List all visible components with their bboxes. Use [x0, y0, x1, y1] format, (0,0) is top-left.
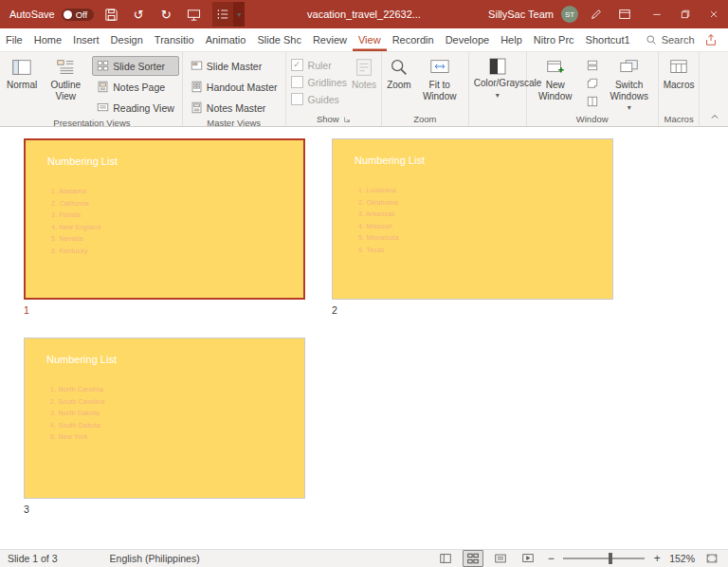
collapse-ribbon-button[interactable]: [707, 110, 722, 123]
slide-thumbnail-3[interactable]: Numbering List 1. North Carolina2. South…: [24, 338, 305, 499]
normal-view-button[interactable]: Normal: [5, 54, 39, 118]
notes-page-button[interactable]: Notes Page: [92, 77, 179, 97]
statusbar-slideshow-button[interactable]: [518, 550, 538, 567]
zoom-in-button[interactable]: +: [651, 552, 663, 565]
slide-sorter-button[interactable]: Slide Sorter: [92, 56, 179, 76]
macros-icon: [668, 57, 689, 78]
restore-button[interactable]: [671, 0, 700, 28]
gridlines-checkbox[interactable]: [291, 76, 303, 88]
statusbar-slide-sorter-button[interactable]: [463, 550, 483, 567]
ruler-checkbox-row[interactable]: ✓ Ruler: [291, 57, 347, 73]
color-grayscale-button[interactable]: Color/Grayscale ▾: [472, 54, 523, 112]
ribbon-display-options-button[interactable]: [614, 3, 635, 26]
tab-nitro-prc[interactable]: Nitro Prc: [528, 28, 580, 51]
slide-sorter-label: Slide Sorter: [113, 61, 165, 72]
editing-mode-button[interactable]: [586, 3, 607, 26]
language-status[interactable]: English (Philippines): [110, 553, 200, 564]
handout-master-button[interactable]: Handout Master: [186, 77, 282, 97]
ribbon-tabs: FileHomeInsertDesignTransitioAnimatioSli…: [0, 28, 636, 51]
close-button[interactable]: [700, 0, 728, 28]
outline-view-button[interactable]: Outline View: [40, 54, 91, 118]
tab-recordin[interactable]: Recordin: [387, 28, 440, 51]
group-label-zoom: Zoom: [385, 112, 465, 126]
group-presentation-views: Normal Outline View Slide Sorter: [2, 52, 183, 126]
group-zoom: Zoom Fit to Window Zoom: [382, 52, 469, 126]
arrange-all-icon: [587, 60, 598, 71]
macros-button[interactable]: Macros: [662, 54, 697, 112]
autosave-toggle[interactable]: Off: [62, 9, 95, 21]
fit-to-window-button[interactable]: Fit to Window: [414, 54, 465, 112]
slide-thumbnail-2[interactable]: Numbering List 1. Louisiana2. Oklahoma3.…: [332, 138, 613, 300]
document-title: vacation_travel_22632...: [307, 9, 421, 20]
ruler-checkbox[interactable]: ✓: [291, 59, 303, 71]
tab-home[interactable]: Home: [28, 28, 67, 51]
guides-checkbox[interactable]: [291, 93, 303, 105]
search-box[interactable]: Search: [636, 28, 704, 51]
outline-view-icon: [55, 57, 76, 78]
notes-icon: [354, 57, 374, 78]
tab-slide-shc[interactable]: Slide Shc: [251, 28, 306, 51]
zoom-slider-thumb[interactable]: [609, 553, 612, 564]
tab-develope[interactable]: Develope: [440, 28, 495, 51]
account-name[interactable]: SillySac Team: [488, 9, 554, 20]
tab-help[interactable]: Help: [495, 28, 528, 51]
minimize-button[interactable]: [643, 0, 671, 28]
slide-number-1: 1: [24, 304, 29, 316]
slide-list-item: 2. California: [51, 198, 100, 210]
slide-list: 1. Louisiana2. Oklahoma3. Arkansas4. Mis…: [358, 185, 398, 257]
zoom-button[interactable]: Zoom: [385, 54, 413, 112]
group-show: ✓ Ruler Gridlines Guides: [286, 52, 383, 126]
reading-view-icon: [97, 101, 109, 114]
slide-list-item: 2. South Carolina: [50, 396, 105, 409]
slideshow-monitor-icon: [187, 8, 201, 22]
new-window-button[interactable]: New Window: [530, 54, 581, 112]
redo-button[interactable]: ↻: [155, 3, 176, 26]
numbering-qat-button[interactable]: ▾: [212, 2, 245, 27]
tab-shortcut1[interactable]: Shortcut1: [580, 28, 636, 51]
statusbar-reading-view-button[interactable]: [490, 550, 511, 567]
tab-view[interactable]: View: [353, 28, 387, 51]
tab-animatio[interactable]: Animatio: [200, 28, 252, 51]
gridlines-checkbox-row[interactable]: Gridlines: [291, 74, 347, 90]
reading-view-label: Reading View: [113, 102, 174, 114]
move-split-icon: [587, 96, 598, 107]
zoom-out-button[interactable]: −: [545, 552, 556, 565]
zoom-percent[interactable]: 152%: [669, 553, 695, 564]
tab-design[interactable]: Design: [105, 28, 149, 51]
tab-insert[interactable]: Insert: [67, 28, 105, 51]
fit-slide-to-window-button[interactable]: [701, 550, 722, 567]
tab-file[interactable]: File: [0, 28, 28, 51]
zoom-slider[interactable]: [563, 558, 645, 559]
tab-review[interactable]: Review: [307, 28, 353, 51]
reading-view-button[interactable]: Reading View: [92, 98, 179, 118]
slide-list-item: 1. North Carolina: [50, 384, 105, 396]
tab-transitio[interactable]: Transitio: [149, 28, 200, 51]
notes-button[interactable]: Notes: [350, 54, 378, 112]
slide-master-button[interactable]: Slide Master: [186, 56, 282, 76]
group-label-macros: Macros: [662, 112, 697, 126]
switch-windows-button[interactable]: Switch Windows ▾: [604, 54, 655, 112]
arrange-all-button[interactable]: [584, 58, 601, 73]
slide-number-3: 3: [24, 503, 29, 515]
notes-master-button[interactable]: Notes Master: [186, 98, 282, 118]
save-button[interactable]: [100, 3, 121, 26]
start-slideshow-button[interactable]: [183, 3, 204, 26]
move-split-button[interactable]: [584, 94, 601, 109]
slide-thumbnail-1[interactable]: Numbering List 1. Alabama2. California3.…: [24, 138, 305, 300]
undo-button[interactable]: ↺: [128, 3, 149, 26]
group-label-window: Window: [530, 112, 655, 126]
numbered-list-icon: [212, 2, 233, 27]
slide-list-item: 5. Nevada: [51, 233, 100, 246]
show-dialog-launcher-icon[interactable]: [343, 116, 351, 123]
cascade-windows-button[interactable]: [584, 76, 601, 91]
slide-list-item: 4. Missouri: [358, 221, 398, 233]
cascade-windows-icon: [587, 78, 598, 89]
statusbar-normal-view-button[interactable]: [435, 550, 456, 567]
share-button[interactable]: [704, 33, 718, 46]
gridlines-label: Gridlines: [308, 77, 347, 88]
switch-windows-label: Switch Windows: [606, 80, 653, 101]
slide-count-status: Slide 1 of 3: [8, 553, 58, 564]
guides-checkbox-row[interactable]: Guides: [291, 91, 347, 107]
slide-sorter-canvas: Numbering List 1. Alabama2. California3.…: [0, 127, 728, 549]
avatar[interactable]: ST: [561, 6, 578, 23]
